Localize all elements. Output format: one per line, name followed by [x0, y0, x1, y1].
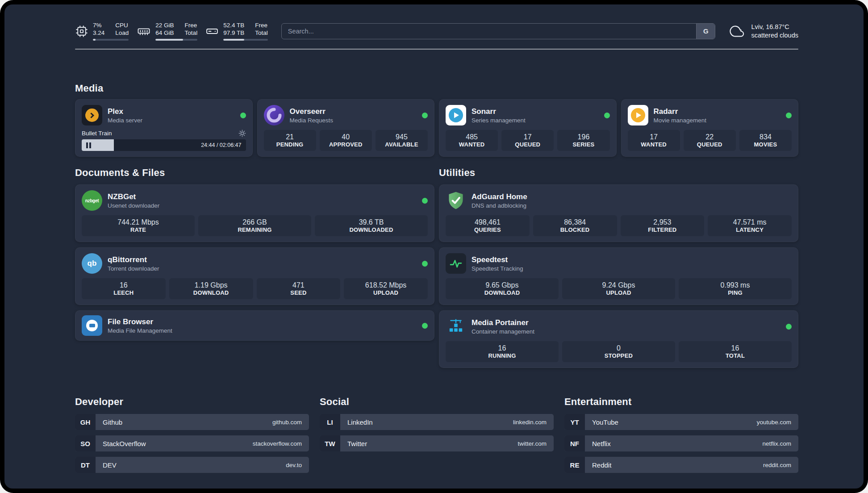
- bookmark-url: twitter.com: [517, 440, 554, 447]
- storage-total: 97.9 TB: [223, 29, 244, 37]
- sonarr-icon: [446, 105, 466, 125]
- stat-label: MOVIES: [741, 141, 790, 148]
- bookmark-netflix[interactable]: NF Netflix netflix.com: [564, 435, 798, 451]
- pause-icon[interactable]: [86, 142, 91, 148]
- stat-value: 40: [321, 133, 370, 141]
- stat-value: 16: [83, 281, 164, 289]
- window-frame: 7% 3.24 CPU Load: [0, 0, 868, 493]
- section-heading-documents: Documents & Files: [75, 167, 434, 179]
- storage-label-top: Free: [255, 21, 268, 29]
- app-subtitle: Usenet downloader: [108, 202, 159, 209]
- stat-label: WANTED: [630, 141, 678, 148]
- search-input[interactable]: [282, 24, 697, 39]
- bookmark-group-developer: Developer GH Github github.com SO StackO…: [75, 396, 309, 473]
- app-name: File Browser: [108, 317, 172, 326]
- stat-value: 744.21 Mbps: [83, 218, 193, 226]
- app-card-overseerr[interactable]: Overseerr Media Requests 21 PENDING 40 A…: [257, 99, 435, 157]
- overseerr-icon: [264, 105, 284, 125]
- bookmark-twitter[interactable]: TW Twitter twitter.com: [320, 435, 554, 451]
- app-card-radarr[interactable]: Radarr Movie management 17 WANTED 22 QUE…: [621, 99, 799, 157]
- stat-ping: 0.993 ms PING: [679, 278, 792, 299]
- stat-series: 196 SERIES: [557, 130, 609, 151]
- app-card-nzbget[interactable]: nzbget NZBGet Usenet downloader 744.21 M…: [75, 184, 434, 242]
- settings-gear-icon[interactable]: [238, 130, 246, 137]
- section-heading-media: Media: [75, 83, 798, 94]
- app-card-filebrowser[interactable]: File Browser Media File Management: [75, 310, 434, 341]
- bookmark-dev[interactable]: DT DEV dev.to: [75, 457, 309, 473]
- memory-label-bottom: Total: [185, 29, 198, 37]
- memory-label-top: Free: [185, 21, 198, 29]
- storage-free: 52.4 TB: [223, 21, 244, 29]
- app-subtitle: Torrent downloader: [108, 265, 159, 272]
- status-dot-online: [422, 323, 428, 329]
- stat-label: BLOCKED: [535, 226, 615, 234]
- bookmark-github[interactable]: GH Github github.com: [75, 414, 309, 430]
- cpu-icon: [75, 25, 88, 38]
- search-bar[interactable]: G: [281, 23, 716, 39]
- bookmark-linkedin[interactable]: LI LinkedIn linkedin.com: [320, 414, 554, 430]
- app-card-sonarr[interactable]: Sonarr Series management 485 WANTED 17 Q…: [439, 99, 617, 157]
- stat-queued: 17 QUEUED: [501, 130, 554, 151]
- weather-condition: scattered clouds: [751, 31, 798, 40]
- stat-available: 945 AVAILABLE: [376, 130, 428, 151]
- bookmark-stackoverflow[interactable]: SO StackOverflow stackoverflow.com: [75, 435, 309, 451]
- stat-stopped: 0 STOPPED: [562, 341, 675, 362]
- stat-movies: 834 MOVIES: [739, 130, 792, 151]
- stat-label: UPLOAD: [346, 289, 426, 297]
- cpu-label-top: CPU: [115, 21, 129, 29]
- stat-leech: 16 LEECH: [82, 278, 166, 299]
- stat-label: SEED: [259, 289, 339, 297]
- bookmark-name: Reddit: [585, 461, 611, 469]
- app-subtitle: Container management: [472, 328, 534, 335]
- stat-upload: 9.24 Gbps UPLOAD: [562, 278, 675, 299]
- weather-widget: Lviv, 16.87°C scattered clouds: [729, 23, 798, 40]
- stat-value: 0: [564, 344, 673, 352]
- plex-now-playing: Bullet Train 24:44 / 02:06:47: [82, 130, 246, 151]
- stat-wanted: 17 WANTED: [628, 130, 680, 151]
- app-subtitle: DNS and adblocking: [472, 202, 527, 209]
- memory-usage-bar-fill: [155, 39, 183, 41]
- playback-progress-bar[interactable]: 24:44 / 02:06:47: [82, 139, 246, 151]
- bookmark-url: linkedin.com: [513, 419, 554, 426]
- bookmark-reddit[interactable]: RE Reddit reddit.com: [564, 457, 798, 473]
- bookmark-badge: DT: [75, 457, 96, 473]
- stat-pending: 21 PENDING: [264, 130, 316, 151]
- stat-latency: 47.571 ms LATENCY: [708, 215, 792, 236]
- storage-usage-bar-fill: [223, 39, 244, 41]
- app-subtitle: Media File Management: [108, 327, 172, 334]
- app-card-plex[interactable]: Plex Media server Bullet Train: [75, 99, 253, 157]
- memory-total: 64 GiB: [155, 29, 174, 37]
- bookmark-url: netflix.com: [762, 440, 798, 447]
- app-card-qbittorrent[interactable]: qb qBittorrent Torrent downloader 16 LEE…: [75, 247, 434, 305]
- section-heading-utilities: Utilities: [439, 167, 798, 179]
- bookmark-youtube[interactable]: YT YouTube youtube.com: [564, 414, 798, 430]
- adguard-icon: [446, 190, 466, 211]
- memory-monitor: 22 GiB 64 GiB Free Total: [137, 21, 197, 41]
- app-name: Speedtest: [472, 255, 523, 264]
- stat-seed: 471 SEED: [257, 278, 341, 299]
- app-name: Radarr: [654, 107, 707, 116]
- stat-value: 945: [377, 133, 426, 141]
- app-card-speedtest[interactable]: Speedtest Speedtest Tracking 9.65 Gbps D…: [439, 247, 798, 305]
- stat-filtered: 2,953 FILTERED: [621, 215, 705, 236]
- stat-rate: 744.21 Mbps RATE: [82, 215, 195, 236]
- stat-label: STOPPED: [564, 352, 673, 359]
- bookmark-url: reddit.com: [763, 462, 798, 468]
- stat-label: SERIES: [559, 141, 608, 148]
- bookmark-badge: TW: [320, 435, 340, 451]
- bookmark-badge: LI: [320, 414, 340, 430]
- section-media: Media Plex Media server Bullet Train: [75, 83, 798, 157]
- stat-running: 16 RUNNING: [446, 341, 559, 362]
- app-subtitle: Media server: [108, 117, 142, 124]
- stat-label: PING: [680, 289, 790, 297]
- weather-location: Lviv, 16.87°C: [751, 23, 798, 31]
- stat-label: DOWNLOAD: [447, 289, 557, 297]
- app-card-adguard[interactable]: AdGuard Home DNS and adblocking 498,461 …: [439, 184, 798, 242]
- cloud-icon: [729, 24, 746, 39]
- search-engine-button[interactable]: G: [696, 24, 715, 39]
- app-card-portainer[interactable]: Media Portainer Container management 16 …: [439, 310, 798, 368]
- app-name: Sonarr: [472, 107, 526, 116]
- status-dot-online: [422, 113, 428, 118]
- stat-value: 47.571 ms: [709, 218, 790, 226]
- bookmark-name: YouTube: [585, 418, 618, 426]
